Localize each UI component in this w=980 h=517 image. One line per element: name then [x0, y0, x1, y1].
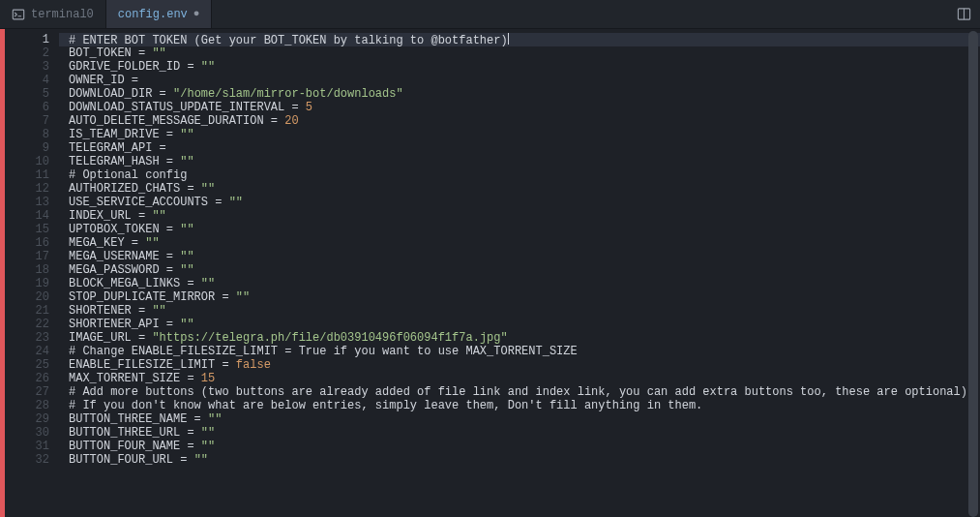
split-editor-button[interactable] — [947, 0, 980, 28]
code-line: STOP_DUPLICATE_MIRROR = "" — [59, 290, 980, 304]
code-line: # Add more buttons (two buttons are alre… — [59, 385, 980, 399]
code-line: IMAGE_URL = "https://telegra.ph/file/db0… — [59, 331, 980, 345]
code-line: GDRIVE_FOLDER_ID = "" — [59, 60, 980, 74]
tab-bar: terminal0 config.env ● — [0, 0, 980, 29]
code-line: # ENTER BOT TOKEN (Get your BOT_TOKEN by… — [59, 33, 980, 46]
svg-rect-0 — [13, 10, 23, 19]
code-line: ENABLE_FILESIZE_LIMIT = false — [59, 358, 980, 372]
code-line: TELEGRAM_HASH = "" — [59, 155, 980, 168]
tab-terminal0[interactable]: terminal0 — [0, 0, 106, 28]
code-line: DOWNLOAD_DIR = "/home/slam/mirror-bot/do… — [59, 87, 980, 101]
tab-config-env[interactable]: config.env ● — [106, 0, 213, 28]
code-line: # If you don't know what are below entri… — [59, 399, 980, 412]
code-line: BOT_TOKEN = "" — [59, 46, 980, 60]
code-line: MEGA_USERNAME = "" — [59, 250, 980, 263]
app-frame: terminal0 config.env ● 12345678910111213… — [0, 0, 980, 517]
tabbar-spacer — [212, 0, 947, 28]
code-content[interactable]: # ENTER BOT TOKEN (Get your BOT_TOKEN by… — [59, 29, 980, 517]
code-line: INDEX_URL = "" — [59, 209, 980, 223]
code-line: MEGA_PASSWORD = "" — [59, 263, 980, 277]
code-line: MEGA_KEY = "" — [59, 236, 980, 250]
code-line: SHORTENER_API = "" — [59, 318, 980, 331]
tab-label: terminal0 — [31, 8, 94, 21]
editor-area[interactable]: 1234567891011121314151617181920212223242… — [0, 29, 980, 517]
code-line: OWNER_ID = — [59, 74, 980, 87]
modified-indicator-icon: ● — [193, 9, 200, 19]
code-line: AUTO_DELETE_MESSAGE_DURATION = 20 — [59, 114, 980, 128]
code-line: USE_SERVICE_ACCOUNTS = "" — [59, 196, 980, 209]
vertical-scrollbar[interactable] — [968, 31, 978, 515]
code-line: BUTTON_THREE_NAME = "" — [59, 412, 980, 426]
tab-label: config.env — [118, 8, 188, 21]
code-line: SHORTENER = "" — [59, 304, 980, 318]
code-line: TELEGRAM_API = — [59, 141, 980, 155]
code-line: BUTTON_FOUR_URL = "" — [59, 453, 980, 467]
code-line: BUTTON_FOUR_NAME = "" — [59, 440, 980, 453]
code-line: AUTHORIZED_CHATS = "" — [59, 182, 980, 196]
scrollbar-thumb[interactable] — [968, 31, 978, 517]
code-line: BUTTON_THREE_URL = "" — [59, 426, 980, 440]
code-line: # Optional config — [59, 168, 980, 182]
code-line: IS_TEAM_DRIVE = "" — [59, 128, 980, 141]
code-line: MAX_TORRENT_SIZE = 15 — [59, 372, 980, 385]
line-number-gutter: 1234567891011121314151617181920212223242… — [5, 29, 59, 517]
terminal-icon — [12, 8, 25, 21]
code-line: DOWNLOAD_STATUS_UPDATE_INTERVAL = 5 — [59, 101, 980, 114]
code-line: BLOCK_MEGA_LINKS = "" — [59, 277, 980, 290]
code-line: # Change ENABLE_FILESIZE_LIMIT = True if… — [59, 345, 980, 358]
code-line: UPTOBOX_TOKEN = "" — [59, 223, 980, 236]
